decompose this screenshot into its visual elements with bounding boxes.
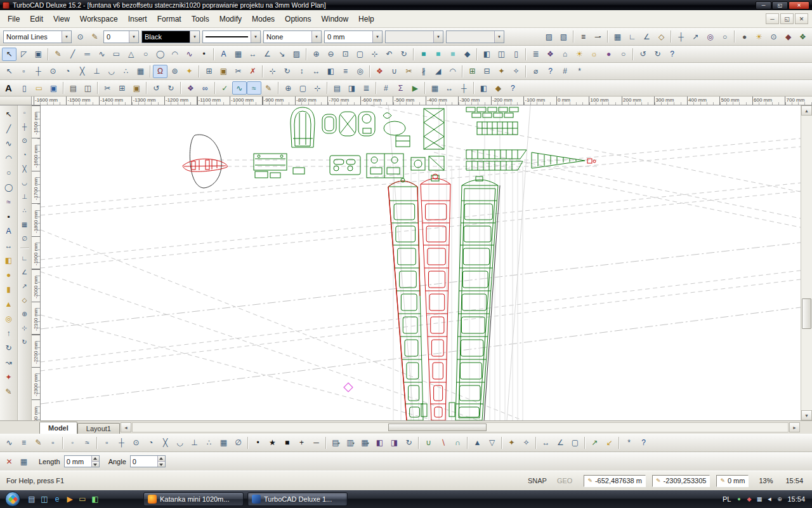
arc-icon[interactable]: ◠ xyxy=(167,48,182,61)
sun-light-icon[interactable]: ☀ xyxy=(572,48,587,61)
drawing-canvas[interactable] xyxy=(41,105,801,420)
polygon-icon[interactable]: △ xyxy=(124,48,138,61)
menu-format[interactable]: Format xyxy=(152,12,187,26)
redraw-icon[interactable]: ↻ xyxy=(396,48,411,61)
cut-icon[interactable]: ✂ xyxy=(100,81,115,95)
save-drawing-icon[interactable]: ▣ xyxy=(46,81,61,95)
line-style-combo[interactable]: Normal Lines ▼ xyxy=(3,30,72,43)
stretch-tool-icon[interactable]: ↔ xyxy=(309,65,324,78)
thickness-combo[interactable]: 0 mm ▼ xyxy=(324,30,383,43)
menu-workspace[interactable]: Workspace xyxy=(75,12,123,26)
design-director-icon[interactable]: ≣ xyxy=(359,81,374,95)
open-drawing-icon[interactable]: ▭ xyxy=(32,81,46,95)
insert-object-icon[interactable]: ❖ xyxy=(183,81,198,95)
run-macro-icon[interactable]: ▶ xyxy=(408,81,422,95)
line-weight-icon[interactable]: ≡ xyxy=(576,30,591,43)
block-library-icon[interactable]: ❖ xyxy=(543,48,558,61)
inquiry-icon[interactable]: ? xyxy=(543,65,558,78)
photo-viewer-icon[interactable]: ◧ xyxy=(89,492,102,506)
text-tool-icon[interactable]: A xyxy=(1,224,16,238)
shaded-mode-icon[interactable]: ● xyxy=(737,30,752,43)
send-to-back-icon[interactable]: ▽ xyxy=(485,436,499,450)
sketch-icon[interactable]: ✎ xyxy=(51,48,65,61)
view-side-icon[interactable]: ■ xyxy=(431,48,445,61)
combo-arrow-icon[interactable]: ▼ xyxy=(62,31,71,43)
menu-options[interactable]: Options xyxy=(280,12,316,26)
zoom-extents-icon[interactable]: ▢ xyxy=(353,48,367,61)
linear-array-icon[interactable]: ≡ xyxy=(338,65,353,78)
snap-intersection-icon[interactable]: ╳ xyxy=(75,65,89,78)
osnap-nearest-icon[interactable]: ∴ xyxy=(202,436,216,450)
taskbar-clock[interactable]: 15:54 xyxy=(787,495,805,503)
select-3d-icon[interactable]: ◸ xyxy=(16,48,31,61)
spell-check-icon[interactable]: ✓ xyxy=(218,81,232,95)
rectangle-icon[interactable]: ▭ xyxy=(109,48,124,61)
menu-window[interactable]: Window xyxy=(316,12,353,26)
snap-nearest-icon[interactable]: ∴ xyxy=(119,65,133,78)
node-edit-icon[interactable]: ▫ xyxy=(46,436,60,450)
unlock-icon[interactable]: ✧ xyxy=(509,65,523,78)
snap-center-icon[interactable]: ⊙ xyxy=(46,65,60,78)
midpoint-snap-icon[interactable]: ┼ xyxy=(18,121,30,132)
paste-icon[interactable]: ▣ xyxy=(129,81,144,95)
explode-icon[interactable]: ❖ xyxy=(372,65,387,78)
snap-perpendicular-icon[interactable]: ⊥ xyxy=(89,65,104,78)
wavy-line-icon[interactable]: ∿ xyxy=(2,436,16,450)
copy-tool-icon[interactable]: ⊞ xyxy=(202,65,216,78)
table-icon[interactable]: ▦ xyxy=(231,48,246,61)
y-coordinate-field[interactable]: ✎ -2309,253305 xyxy=(652,475,710,487)
export-drawing-icon[interactable]: ↗ xyxy=(587,436,602,450)
fillet-icon[interactable]: ◠ xyxy=(445,65,460,78)
undo-icon[interactable]: ↺ xyxy=(149,81,164,95)
pan-tool-icon[interactable]: ⊹ xyxy=(18,323,30,333)
scroll-right-button[interactable]: ► xyxy=(789,422,800,432)
switch-windows-icon[interactable]: ◫ xyxy=(38,492,51,506)
scroll-up-button[interactable]: ▲ xyxy=(801,105,812,116)
perpendicular-snap-icon[interactable]: ⊥ xyxy=(18,191,30,202)
snap-midpoint-icon[interactable]: ┼ xyxy=(31,65,46,78)
snap-tangent-icon[interactable]: ◡ xyxy=(104,65,119,78)
isometric-mode-icon[interactable]: ◇ xyxy=(18,295,30,305)
curve-tool-icon[interactable]: ≈ xyxy=(1,195,16,209)
help-icon[interactable]: ? xyxy=(665,48,679,61)
mdi-close-button[interactable]: ✕ xyxy=(795,13,808,24)
light-settings-icon[interactable]: ☀ xyxy=(752,30,766,43)
osnap-quadrant-icon[interactable]: ◔ xyxy=(143,436,158,450)
snap-vertex-icon[interactable]: ▫ xyxy=(16,65,31,78)
language-indicator[interactable]: PL xyxy=(723,495,731,503)
osnap-perpendicular-icon[interactable]: ⊥ xyxy=(187,436,202,450)
handles-icon[interactable]: ◦ xyxy=(65,436,80,450)
workspace-style-icon[interactable]: ◆ xyxy=(491,81,506,95)
snap-quadrant-icon[interactable]: ◔ xyxy=(60,65,75,78)
vertical-scrollbar[interactable]: ▲ ▼ xyxy=(801,105,812,420)
polyline-icon[interactable]: ∿ xyxy=(95,48,109,61)
grid-toggle-icon[interactable]: ▦ xyxy=(610,30,625,43)
tab-model[interactable]: Model xyxy=(39,422,77,434)
render-full-icon[interactable]: ● xyxy=(601,48,616,61)
vertical-ruler[interactable]: -1500 mm-1600 mm-1700 mm-1800 mm-1900 mm… xyxy=(32,105,41,420)
point-style-dash-icon[interactable]: ─ xyxy=(309,436,324,450)
menu-view[interactable]: View xyxy=(48,12,75,26)
select-icon[interactable]: ↖ xyxy=(2,48,16,61)
start-button[interactable] xyxy=(5,491,20,507)
angle-field[interactable] xyxy=(130,455,166,467)
close-button[interactable]: ✕ xyxy=(789,1,809,10)
join-icon[interactable]: ∪ xyxy=(387,65,402,78)
environment-icon[interactable]: ❖ xyxy=(796,30,810,43)
horizontal-scroll-thumb[interactable] xyxy=(388,424,487,431)
boolean-subtract-icon[interactable]: ∖ xyxy=(436,436,450,450)
ellipse-icon[interactable]: ◯ xyxy=(153,48,167,61)
menu-modify[interactable]: Modify xyxy=(214,12,247,26)
measurement-icon[interactable]: # xyxy=(379,81,393,95)
delete-tool-icon[interactable]: ✗ xyxy=(246,65,260,78)
pan-view-icon[interactable]: ⊹ xyxy=(310,81,325,95)
angle-spinner[interactable] xyxy=(157,456,165,467)
mdi-restore-button[interactable]: ◱ xyxy=(780,13,794,24)
coordinate-system-icon[interactable]: ┼ xyxy=(674,30,688,43)
center-snap-icon[interactable]: ⊙ xyxy=(18,135,30,146)
spiral-icon[interactable]: ∿ xyxy=(232,81,247,95)
extrude-tool-icon[interactable]: ↑ xyxy=(1,326,16,340)
align-objects-icon[interactable]: ▤▾ xyxy=(329,436,343,450)
text-icon[interactable]: A xyxy=(216,48,231,61)
workplane-icon[interactable]: ◇ xyxy=(654,30,669,43)
